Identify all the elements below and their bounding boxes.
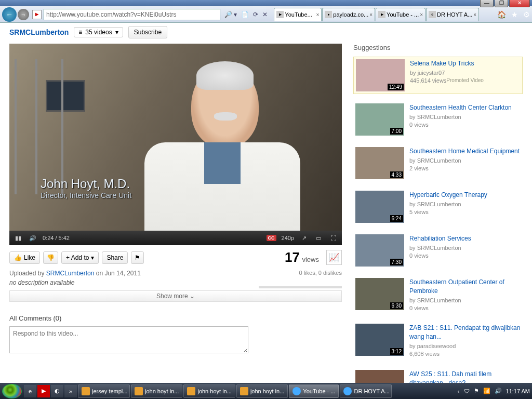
time-display: 0:24 / 5:42: [43, 235, 70, 241]
taskbar-button[interactable]: DR HOYT A...: [340, 384, 392, 398]
pinned-yt-icon[interactable]: ▶: [37, 385, 50, 397]
suggestion-thumb[interactable]: 3:12: [355, 324, 404, 356]
home-icon[interactable]: 🏠: [497, 10, 506, 19]
address-bar[interactable]: [44, 9, 220, 20]
stop-icon[interactable]: ✕: [262, 11, 268, 18]
channel-link[interactable]: SRMCLumberton: [9, 28, 69, 36]
suggestion-title[interactable]: Selena Make Up Tricks: [410, 59, 484, 68]
tools-icon[interactable]: ⚙: [523, 10, 530, 19]
quality-button[interactable]: 240p: [282, 235, 294, 241]
view-count: 17 views: [285, 249, 319, 265]
video-lower-third: John Hoyt, M.D. Director, Intensive Care…: [41, 177, 131, 200]
browser-toolbar: ← → ▶ 🔎 ▾ 📄 ⟳ ✕ ▶YouTube...×●payloadz.co…: [0, 6, 532, 23]
back-button[interactable]: ←: [2, 7, 17, 22]
site-favicon: ▶: [32, 10, 42, 19]
video-player[interactable]: John Hoyt, M.D. Director, Intensive Care…: [9, 44, 342, 231]
suggestion-item[interactable]: 12:49Selena Make Up Tricksby juicystar07…: [353, 57, 523, 94]
minimize-button[interactable]: —: [480, 0, 494, 7]
tray-volume-icon[interactable]: 🔊: [495, 388, 502, 394]
suggestion-title[interactable]: Southeastern Outpatient Center of Pembro…: [409, 278, 521, 296]
suggestion-title[interactable]: AW S25 : S11. Dah mati filem ditayangkan…: [409, 370, 521, 383]
pause-button[interactable]: ▮▮: [14, 235, 23, 242]
browser-tab[interactable]: ▶YouTube...×: [274, 8, 322, 21]
suggestion-thumb[interactable]: 12:49: [356, 59, 405, 91]
expand-button[interactable]: ▭: [314, 235, 323, 242]
suggestion-title[interactable]: Southeastern Health Center Clarkton: [409, 103, 512, 112]
suggestion-title[interactable]: Hyperbaric Oxygen Therapy: [409, 191, 487, 200]
suggestion-item[interactable]: 3:12ZAB S21 : S11. Pendapat ttg diwajibk…: [353, 322, 523, 360]
tray-chevron-icon[interactable]: ‹: [458, 388, 460, 394]
show-more-button[interactable]: Show more ⌄: [9, 290, 342, 302]
suggestion-thumb[interactable]: [355, 370, 404, 383]
tab-close-icon[interactable]: ×: [316, 12, 320, 18]
taskbar-button[interactable]: john hoyt in...: [183, 384, 235, 398]
suggestion-item[interactable]: 7:00Southeastern Health Center Clarktonb…: [353, 101, 523, 138]
tab-close-icon[interactable]: ×: [369, 12, 373, 18]
comments-header: All Comments (0): [9, 314, 342, 322]
suggestion-thumb[interactable]: 4:33: [355, 147, 404, 179]
suggestion-thumb[interactable]: 6:24: [355, 191, 404, 223]
uploader-link[interactable]: SRMCLumberton: [46, 270, 95, 277]
compat-icon[interactable]: 📄: [241, 11, 249, 18]
close-button[interactable]: ✕: [509, 0, 530, 7]
cc-button[interactable]: CC: [267, 235, 276, 241]
suggestion-item[interactable]: 4:33Southeastern Home Medical Equipmentb…: [353, 145, 523, 181]
suggestion-thumb[interactable]: 7:30: [355, 234, 404, 267]
suggestion-item[interactable]: 7:30Rehabiliation Servicesby SRMCLumbert…: [353, 232, 523, 269]
flag-button[interactable]: ⚑: [131, 251, 144, 264]
popout-button[interactable]: ↗: [299, 235, 309, 242]
suggestions-heading: Suggestions: [353, 44, 523, 51]
pinned-expand-icon[interactable]: »: [64, 385, 77, 397]
taskbar-button[interactable]: john hoyt in...: [131, 384, 182, 398]
tab-close-icon[interactable]: ×: [473, 12, 476, 18]
taskbar-button[interactable]: jersey templ...: [78, 384, 130, 398]
forward-button[interactable]: →: [18, 9, 29, 20]
stats-button[interactable]: 📈: [326, 250, 342, 265]
suggestion-thumb[interactable]: 6:30: [355, 278, 404, 310]
suggestion-title[interactable]: Southeastern Home Medical Equipment: [409, 147, 520, 156]
pinned-ie-icon[interactable]: e: [24, 385, 36, 397]
window-titlebar: — ❐ ✕: [0, 0, 532, 6]
tray-shield-icon[interactable]: 🛡: [464, 388, 470, 394]
suggestion-title[interactable]: Rehabiliation Services: [409, 234, 471, 243]
dislike-button[interactable]: 👎: [43, 251, 58, 264]
tray-network-icon[interactable]: 📶: [483, 388, 490, 394]
volume-button[interactable]: 🔊: [28, 235, 37, 242]
clock[interactable]: 11:17 AM: [506, 388, 530, 394]
like-button[interactable]: 👍 Like: [9, 251, 40, 264]
browser-tab[interactable]: ●payloadz.co...×: [322, 8, 375, 21]
player-controls: ▮▮ 🔊 0:24 / 5:42 CC 240p ↗ ▭ ⛶: [9, 231, 342, 245]
pinned-chrome-icon[interactable]: ◐: [51, 385, 63, 397]
suggestion-thumb[interactable]: 7:00: [355, 103, 404, 136]
suggestion-title[interactable]: ZAB S21 : S11. Pendapat ttg diwajibkan w…: [409, 324, 521, 341]
share-button[interactable]: Share: [102, 251, 128, 264]
favorites-icon[interactable]: ★: [511, 10, 518, 19]
browser-tab[interactable]: eDR HOYT A...×: [426, 8, 479, 21]
video-description: no description available: [9, 279, 342, 286]
search-dropdown-icon[interactable]: 🔎 ▾: [224, 11, 237, 18]
tray-flag-icon[interactable]: ⚑: [474, 388, 479, 394]
comment-input[interactable]: [9, 326, 248, 353]
taskbar-button[interactable]: john hoyt in...: [236, 384, 288, 398]
taskbar-button[interactable]: YouTube - ...: [289, 384, 339, 398]
refresh-icon[interactable]: ⟳: [253, 11, 258, 18]
suggestion-item[interactable]: 6:24Hyperbaric Oxygen Therapyby SRMCLumb…: [353, 189, 523, 225]
browser-tab[interactable]: ▶YouTube - ...×: [376, 8, 425, 21]
start-button[interactable]: [2, 384, 22, 398]
tab-close-icon[interactable]: ×: [420, 12, 423, 18]
likes-bar: [259, 286, 342, 288]
addto-button[interactable]: + Add to ▾: [61, 251, 99, 264]
subscribe-button[interactable]: Subscribe: [128, 26, 167, 38]
maximize-button[interactable]: ❐: [495, 0, 508, 7]
fullscreen-button[interactable]: ⛶: [328, 235, 338, 241]
taskbar: e ▶ ◐ » jersey templ...john hoyt in...jo…: [0, 383, 532, 399]
suggestion-item[interactable]: AW S25 : S11. Dah mati filem ditayangkan…: [353, 368, 523, 383]
suggestion-item[interactable]: 6:30Southeastern Outpatient Center of Pe…: [353, 276, 523, 314]
video-count-dropdown[interactable]: ≡35 videos▾: [74, 27, 123, 37]
